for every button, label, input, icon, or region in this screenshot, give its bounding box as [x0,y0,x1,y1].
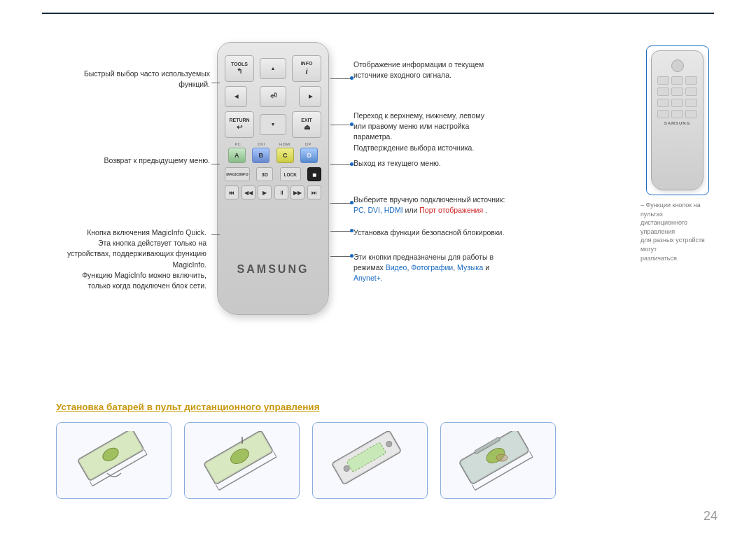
small-remote-section: SAMSUNG – Функции кнопок на пультах дист… [640,45,714,262]
svg-line-3 [90,481,92,486]
battery-svg-4 [453,431,544,491]
left-button[interactable]: ◀ [225,86,247,107]
source-text-line1: Выберите вручную подключенный источник: [354,195,505,204]
small-remote-note-text: – Функции кнопок на пультах дистанционно… [640,202,705,262]
main-area: TOOLS ↰ ▲ INFO i ◀ [28,21,728,506]
source-dot [350,201,354,204]
tools-annotation-text: Быстрый выбор часто используемыхфункций. [84,69,210,88]
media-annotation-right: Эти кнопки предназначены для работы вреж… [354,252,528,284]
small-btn [671,99,683,107]
fast-forward-button[interactable]: ▶▶ [290,185,304,199]
battery-svg-3 [325,431,416,491]
info-label: INFO [301,61,313,66]
small-btn [685,99,697,107]
source-port: Порт отображения [419,206,483,214]
btn-row-1: TOOLS ↰ ▲ INFO i [225,55,321,82]
small-remote-grid-3 [652,99,703,107]
return-line [211,164,220,164]
stop-icon: ■ [312,171,316,178]
small-remote-note: – Функции кнопок на пультах дистанционно… [640,201,714,262]
tools-annotation: Быстрый выбор часто используемыхфункций. [56,69,210,90]
skip-back-button[interactable]: ⏮ [225,185,239,199]
enter-icon: ⏎ [270,92,276,101]
small-remote-outline: SAMSUNG [646,45,709,195]
nav-annotation-text: Переход к верхнему, нижнему, левомуили п… [354,111,484,152]
pc-label: PC [229,142,246,146]
small-btn [685,87,697,96]
btn-row-media: ⏮ ◀◀ ▶ ⏸ ▶▶ ⏭ [225,185,321,199]
media-video: Видео [386,263,407,272]
lock-annotation-right: Установка функции безопасной блокировки. [354,227,522,238]
svg-line-9 [216,484,219,490]
play-button[interactable]: ▶ [258,185,272,199]
small-remote-grid-2 [652,87,703,96]
nav-annotation-right: Переход к верхнему, нижнему, левомуили п… [354,111,522,153]
down-button[interactable]: ▼ [260,114,286,135]
skip-forward-button[interactable]: ⏭ [307,185,321,199]
small-remote-grid-1 [652,76,703,85]
left-icon: ◀ [234,94,238,99]
lock-button[interactable]: LOCK [280,167,301,181]
small-btn [657,110,669,118]
battery-img-2 [184,422,300,499]
battery-images [56,422,700,499]
small-remote-top-circle [671,59,684,72]
svg-line-10 [273,451,276,457]
info-icon: i [305,67,307,76]
exit-annotation-text: Выход из текущего меню. [354,159,441,167]
small-samsung-label: SAMSUNG [652,121,703,125]
battery-img-4 [440,422,556,499]
small-btn [657,76,669,85]
battery-svg-1 [69,431,160,491]
source-annotation-right: Выберите вручную подключенный источник: … [354,195,528,216]
right-icon: ▶ [309,94,312,99]
return-annotation: Возврат к предыдущему меню. [56,155,210,166]
threed-button[interactable]: 3D [256,167,273,181]
svg-line-4 [144,449,146,454]
btn-row-abcd: A B C D [225,148,321,163]
c-button[interactable]: C [276,148,294,163]
magicinfo-annotation: Кнопка включения MagicInfo Quick. Эта кн… [49,227,206,291]
battery-section: Установка батарей в пульт дистанционного… [56,402,700,499]
dp-label: DP [300,142,317,146]
return-label: RETURN [229,118,249,123]
remote-buttons: TOOLS ↰ ▲ INFO i ◀ [225,55,321,204]
a-button[interactable]: A [228,148,246,163]
up-icon: ▲ [271,66,276,71]
tools-icon: ↰ [237,67,242,76]
hdmi-label: HDMI [276,142,293,146]
magicinfo-button[interactable]: MAGICINFO [225,167,250,181]
return-icon: ↩ [237,123,242,132]
tools-button[interactable]: TOOLS ↰ [225,55,254,82]
source-period: . [485,206,487,214]
d-button[interactable]: D [300,148,318,163]
svg-point-24 [496,454,507,461]
btn-row-5: MAGICINFO 3D LOCK ■ [225,167,321,181]
down-icon: ▼ [271,122,276,127]
pause-button[interactable]: ⏸ [274,185,288,199]
source-or: или [405,206,420,214]
svg-line-22 [529,451,533,457]
exit-annotation-right: Выход из текущего меню. [354,158,493,169]
stop-button[interactable]: ■ [307,167,321,181]
lock-dot [350,229,354,232]
exit-icon: ⏏ [304,123,310,132]
tools-line [211,83,220,83]
exit-button[interactable]: EXIT ⏏ [292,111,321,138]
lock-annotation-text: Установка функции безопасной блокировки. [354,228,504,237]
rewind-button[interactable]: ◀◀ [241,185,255,199]
enter-button[interactable]: ⏎ [260,86,286,107]
right-button[interactable]: ▶ [299,86,321,107]
dvi-label: DVI [253,142,270,146]
return-button[interactable]: RETURN ↩ [225,111,254,138]
media-anynet: Anynet+. [354,274,383,282]
info-button[interactable]: INFO i [292,55,321,82]
remote-body: TOOLS ↰ ▲ INFO i ◀ [217,42,329,315]
abcd-labels: PC DVI HDMI DP [225,142,321,146]
up-button[interactable]: ▲ [260,58,286,79]
media-music: Музыка [457,263,483,272]
btn-row-2: ◀ ⏎ ▶ [225,86,321,107]
magicinfo-line [211,234,220,235]
samsung-label: SAMSUNG [218,263,328,276]
b-button[interactable]: B [252,148,270,163]
